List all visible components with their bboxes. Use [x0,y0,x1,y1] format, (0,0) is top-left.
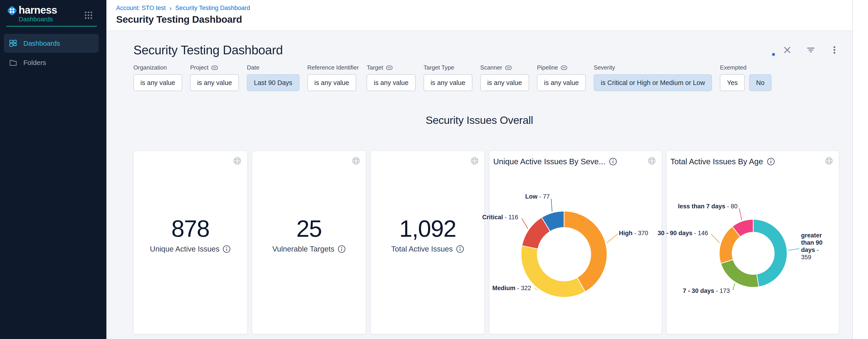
apps-grid-icon[interactable] [84,11,93,20]
donut-segment-greater-than-90-days[interactable] [753,219,787,287]
dashboard-content: Security Testing Dashboard [106,31,852,339]
filter-group-pipeline: Pipelineis any value [537,64,586,91]
filter-chip-date-last-90-days[interactable]: Last 90 Days [247,74,299,91]
label-leader-line [711,234,720,243]
filter-chip-exempted-no[interactable]: No [749,74,772,91]
stat-label: Vulnerable Targets [272,245,334,253]
section-title: Security Issues Overall [106,114,852,126]
folder-icon [9,59,18,67]
stat-value: 1,092 [371,215,484,242]
filter-chip-reference-identifier-is-any-value[interactable]: is any value [307,74,356,91]
filter-group-project: Projectis any value [190,64,239,91]
cards-row: 878 Unique Active Issues [133,151,852,334]
sidebar-item-folders[interactable]: Folders [4,56,99,69]
main-area: Account: STO test › Security Testing Das… [106,0,868,339]
stat-value: 25 [252,215,366,242]
stat-label: Total Active Issues [391,245,453,253]
sidebar-item-label: Dashboards [23,39,60,47]
sidebar-item-dashboards[interactable]: Dashboards [4,34,99,53]
label-leader-line [739,208,742,220]
top-header: Account: STO test › Security Testing Das… [106,0,852,31]
panel-actions [782,45,840,55]
filter-button[interactable] [806,45,816,55]
sidebar: harness Dashboards Dashboards [0,0,106,339]
donut-segment-high[interactable] [564,211,607,291]
filter-label: Date [247,64,299,71]
filter-group-organization: Organizationis any value [133,64,182,91]
filter-label: Project [190,64,239,71]
stat-card-total-active-issues: 1,092 Total Active Issues [371,151,485,334]
filter-label: Pipeline [537,64,586,71]
filter-label: Target Type [424,64,472,71]
sidebar-divider [6,26,97,27]
stat-label-row: Vulnerable Targets [252,245,366,253]
donut-label-medium: Medium - 322 [492,285,531,292]
more-options-button[interactable] [829,45,840,55]
filter-label: Severity [594,64,712,71]
label-leader-line [788,249,799,250]
donut-label-high: High - 370 [619,230,648,237]
filter-chip-organization-is-any-value[interactable]: is any value [133,74,182,91]
donut-segment-7-30-days[interactable] [721,260,758,287]
filter-label: Scanner [480,64,529,71]
donut-label-30-90-days: 30 - 90 days - 146 [658,230,708,237]
link-icon [505,65,512,70]
filter-label: Exempted [720,64,771,71]
globe-icon [352,157,360,165]
stat-label-row: Total Active Issues [371,245,484,253]
filter-group-date: DateLast 90 Days [247,64,299,91]
info-icon[interactable] [222,245,231,253]
breadcrumb-page-link[interactable]: Security Testing Dashboard [175,4,250,11]
filter-chip-project-is-any-value[interactable]: is any value [190,74,239,91]
donut-plot [490,151,661,334]
donut-label-low: Low - 77 [525,193,550,200]
link-icon [211,65,218,70]
close-button[interactable] [782,45,793,55]
filter-chip-target-type-is-any-value[interactable]: is any value [424,74,472,91]
page-title: Security Testing Dashboard [116,14,852,25]
brand-wordmark: harness [19,4,57,16]
globe-button[interactable] [470,157,479,165]
filter-chip-exempted-yes[interactable]: Yes [720,74,745,91]
chart-card-issues-by-severity: Unique Active Issues By Seve... [489,151,662,334]
filter-chip-scanner-is-any-value[interactable]: is any value [480,74,529,91]
breadcrumb-separator: › [169,5,172,11]
filter-group-severity: Severityis Critical or High or Medium or… [594,64,712,91]
dashboard-panel-title: Security Testing Dashboard [133,43,283,57]
donut-label-greater-than-90-days: greater than 90 days - 359 [801,232,827,261]
info-icon[interactable] [456,245,464,253]
filter-group-reference-identifier: Reference Identifieris any value [307,64,359,91]
filter-group-scanner: Scanneris any value [480,64,529,91]
stat-label-row: Unique Active Issues [134,245,247,253]
donut-chart-1: greater than 90 days - 3597 - 30 days - … [667,151,839,334]
donut-chart-0: High - 370Medium - 322Critical - 116Low … [490,151,661,334]
stat-value: 878 [134,215,247,242]
harness-logo-icon [6,5,18,16]
globe-button[interactable] [352,157,360,165]
donut-label-critical: Critical - 116 [482,214,518,221]
breadcrumb-account-link[interactable]: Account: STO test [116,4,166,11]
filter-chip-target-is-any-value[interactable]: is any value [367,74,415,91]
label-leader-line [522,218,528,229]
filter-group-exempted: ExemptedYesNo [720,64,771,91]
scrollbar-track[interactable] [852,0,868,339]
filter-chip-severity-is-critical-or-high-or-medium-or-low[interactable]: is Critical or High or Medium or Low [594,74,712,91]
info-icon[interactable] [338,245,346,253]
stat-card-vulnerable-targets: 25 Vulnerable Targets [252,151,366,334]
stat-label: Unique Active Issues [150,245,219,253]
panel-header: Security Testing Dashboard [106,31,852,57]
globe-icon [470,157,479,165]
link-icon [561,65,567,70]
globe-icon [233,157,242,165]
chart-card-issues-by-age: Total Active Issues By Age [666,151,839,334]
filter-label: Reference Identifier [307,64,359,71]
filter-label: Target [367,64,415,71]
globe-button[interactable] [233,157,242,165]
filter-row: Organizationis any valueProjectis any va… [133,64,852,91]
stat-card-unique-active-issues: 878 Unique Active Issues [133,151,247,334]
filter-icon [806,45,816,55]
donut-label-less-than-7-days: less than 7 days - 80 [678,203,738,210]
filter-chip-pipeline-is-any-value[interactable]: is any value [537,74,586,91]
close-icon [782,45,793,55]
filter-label: Organization [133,64,182,71]
